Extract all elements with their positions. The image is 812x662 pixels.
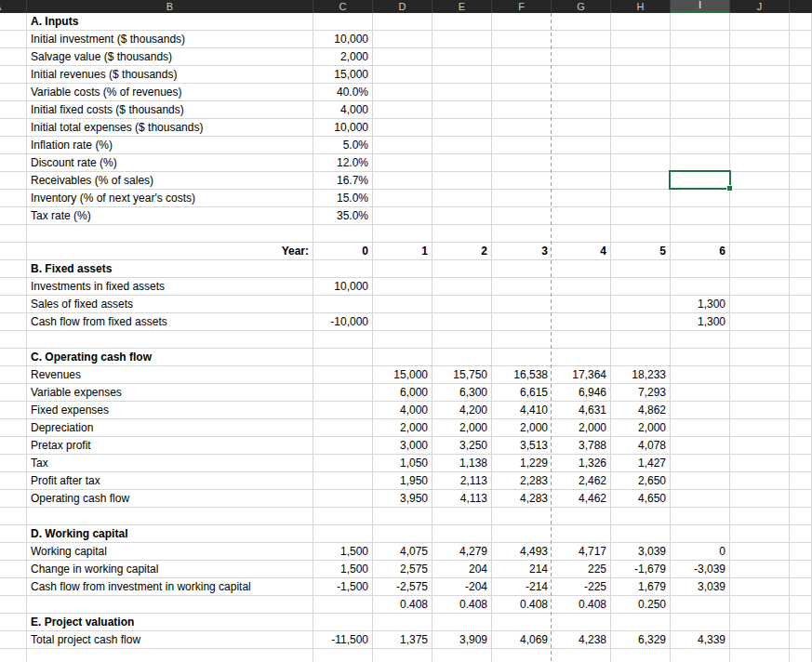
cell-G33[interactable]: -225	[552, 578, 611, 595]
cell-K33[interactable]	[790, 578, 812, 595]
cell-G18[interactable]	[552, 313, 611, 330]
cell-H36[interactable]: 6,329	[611, 631, 671, 648]
cell-A34[interactable]	[0, 596, 27, 613]
cell-B29[interactable]	[27, 508, 313, 524]
cell-A8[interactable]	[0, 137, 27, 153]
cell-B35[interactable]: E. Project valuation	[27, 614, 313, 630]
cell-J11[interactable]	[730, 190, 790, 206]
cell-B24[interactable]: Depreciation	[27, 419, 313, 436]
cell-I33[interactable]: 3,039	[671, 578, 730, 595]
cell-B33[interactable]: Cash flow from investment in working cap…	[27, 578, 313, 595]
cell-J1[interactable]	[730, 13, 790, 30]
cell-F19[interactable]	[492, 331, 552, 348]
cell-I36[interactable]: 4,339	[671, 631, 730, 648]
selection-box[interactable]	[669, 170, 731, 190]
cell-C28[interactable]	[313, 490, 373, 507]
cell-A23[interactable]	[0, 402, 27, 418]
cell-D13[interactable]	[373, 225, 433, 242]
cell-J25[interactable]	[730, 437, 790, 454]
cell-J19[interactable]	[730, 331, 790, 348]
cell-F12[interactable]	[492, 207, 552, 224]
cell-I26[interactable]	[671, 455, 730, 471]
cell-C9[interactable]: 12.0%	[313, 154, 373, 171]
cell-B25[interactable]: Pretax profit	[27, 437, 313, 454]
column-header-C[interactable]: C	[313, 0, 373, 13]
cell-I25[interactable]	[671, 437, 730, 454]
cell-J37[interactable]	[730, 649, 790, 662]
cell-B4[interactable]: Initial revenues ($ thousands)	[27, 66, 313, 83]
cell-I23[interactable]	[671, 402, 730, 418]
cell-A11[interactable]	[0, 190, 27, 206]
cell-G36[interactable]: 4,238	[552, 631, 611, 648]
cell-B30[interactable]: D. Working capital	[27, 525, 313, 542]
cell-A7[interactable]	[0, 119, 27, 136]
cell-G8[interactable]	[552, 137, 611, 153]
cell-E29[interactable]	[433, 508, 492, 524]
cell-J16[interactable]	[730, 278, 790, 295]
cell-D30[interactable]	[373, 525, 433, 542]
cell-B31[interactable]: Working capital	[27, 543, 313, 560]
cell-F7[interactable]	[492, 119, 552, 136]
cell-E4[interactable]	[433, 66, 492, 83]
cell-E19[interactable]	[433, 331, 492, 348]
cell-J35[interactable]	[730, 614, 790, 630]
cell-H28[interactable]: 4,650	[611, 490, 671, 507]
cell-H35[interactable]	[611, 614, 671, 630]
cell-K27[interactable]	[790, 472, 812, 489]
cell-E18[interactable]	[433, 313, 492, 330]
cell-B7[interactable]: Initial total expenses ($ thousands)	[27, 119, 313, 136]
cell-H12[interactable]	[611, 207, 671, 224]
cell-J14[interactable]	[730, 243, 790, 259]
cell-F3[interactable]	[492, 48, 552, 65]
cell-E22[interactable]: 6,300	[433, 384, 492, 401]
cell-B10[interactable]: Receivables (% of sales)	[27, 172, 313, 189]
cell-K26[interactable]	[790, 455, 812, 471]
cell-A25[interactable]	[0, 437, 27, 454]
cell-G21[interactable]: 17,364	[552, 366, 611, 383]
cell-D24[interactable]: 2,000	[373, 419, 433, 436]
cell-H3[interactable]	[611, 48, 671, 65]
cell-K29[interactable]	[790, 508, 812, 524]
column-header-H[interactable]: H	[611, 0, 671, 13]
cell-A12[interactable]	[0, 207, 27, 224]
cell-K1[interactable]	[790, 13, 812, 30]
cell-H37[interactable]	[611, 649, 671, 662]
cell-E34[interactable]: 0.408	[433, 596, 492, 613]
cell-A18[interactable]	[0, 313, 27, 330]
cell-I2[interactable]	[671, 31, 730, 47]
cell-E6[interactable]	[433, 101, 492, 118]
cell-G15[interactable]	[552, 260, 611, 277]
cell-A35[interactable]	[0, 614, 27, 630]
cell-H26[interactable]: 1,427	[611, 455, 671, 471]
cell-I12[interactable]	[671, 207, 730, 224]
cell-G27[interactable]: 2,462	[552, 472, 611, 489]
cell-G32[interactable]: 225	[552, 561, 611, 577]
cell-I18[interactable]: 1,300	[671, 313, 730, 330]
cell-J36[interactable]	[730, 631, 790, 648]
cell-K35[interactable]	[790, 614, 812, 630]
cell-A28[interactable]	[0, 490, 27, 507]
cell-G25[interactable]: 3,788	[552, 437, 611, 454]
cell-B19[interactable]	[27, 331, 313, 348]
cell-J12[interactable]	[730, 207, 790, 224]
cell-E17[interactable]	[433, 296, 492, 312]
cell-B32[interactable]: Change in working capital	[27, 561, 313, 577]
cell-K11[interactable]	[790, 190, 812, 206]
column-header-J[interactable]: J	[730, 0, 790, 13]
cell-J29[interactable]	[730, 508, 790, 524]
cell-H31[interactable]: 3,039	[611, 543, 671, 560]
cell-H34[interactable]: 0.250	[611, 596, 671, 613]
cell-G17[interactable]	[552, 296, 611, 312]
cell-B14[interactable]: Year:	[27, 243, 313, 259]
cell-C33[interactable]: -1,500	[313, 578, 373, 595]
cell-B16[interactable]: Investments in fixed assets	[27, 278, 313, 295]
cell-C6[interactable]: 4,000	[313, 101, 373, 118]
cell-K6[interactable]	[790, 101, 812, 118]
cell-J15[interactable]	[730, 260, 790, 277]
cell-K13[interactable]	[790, 225, 812, 242]
cell-C35[interactable]	[313, 614, 373, 630]
cell-A2[interactable]	[0, 31, 27, 47]
cell-C25[interactable]	[313, 437, 373, 454]
cell-D31[interactable]: 4,075	[373, 543, 433, 560]
fill-handle-icon[interactable]	[726, 185, 733, 192]
